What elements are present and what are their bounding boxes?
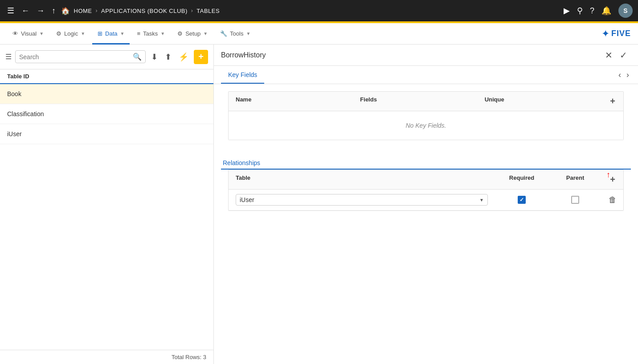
sidebar-item-label: iUser	[7, 130, 22, 138]
relationships-tab: Relationships	[221, 154, 631, 170]
rel-delete-btn[interactable]: 🗑	[609, 195, 617, 205]
key-fields-section: Name Fields Unique + No Key Fields.	[221, 91, 631, 140]
required-checkbox[interactable]	[518, 196, 526, 204]
sidebar-item-classification[interactable]: Classification	[0, 104, 213, 124]
content-header: BorrowHistory ✕ ✓	[214, 44, 638, 66]
help-icon[interactable]: ?	[590, 6, 594, 16]
tasks-caret: ▼	[160, 31, 165, 36]
tab-keyfields[interactable]: Key Fields	[221, 66, 264, 84]
rel-table-body: iUser Book Classification ▼	[229, 190, 623, 210]
rel-table-select[interactable]: iUser Book Classification	[240, 196, 479, 203]
rel-delete-cell: 🗑	[602, 191, 623, 209]
logic-caret: ▼	[81, 31, 85, 36]
rel-parent-cell	[548, 191, 602, 208]
visual-icon: 👁	[12, 30, 18, 37]
kf-fields-header: Fields	[353, 92, 477, 111]
upload-btn[interactable]: ⬆	[163, 50, 173, 64]
search-icon[interactable]: ⚲	[577, 6, 583, 16]
tab-keyfields-label: Key Fields	[228, 71, 257, 78]
nav-tools[interactable]: 🔧 Tools ▼	[215, 23, 256, 44]
forward-icon[interactable]: →	[35, 4, 46, 17]
add-table-btn[interactable]: +	[194, 50, 208, 64]
bell-icon[interactable]: 🔔	[601, 6, 611, 16]
home-label[interactable]: HOME	[74, 8, 92, 14]
parent-checkbox[interactable]	[571, 196, 579, 204]
total-rows-label: Total Rows: 3	[172, 354, 206, 360]
secondary-nav: 👁 Visual ▼ ⚙ Logic ▼ ⊞ Data ▼ ≡ Tasks ▼ …	[0, 23, 638, 44]
lightning-btn[interactable]: ⚡	[177, 50, 190, 64]
setup-caret: ▼	[203, 31, 208, 36]
rel-table-select-wrap[interactable]: iUser Book Classification ▼	[236, 194, 488, 206]
rel-parent-header: Parent	[548, 170, 602, 189]
tasks-label: Tasks	[143, 30, 158, 37]
relationships-label: Relationships	[221, 159, 262, 166]
nav-right: ▶ ⚲ ? 🔔 S	[564, 4, 633, 18]
up-icon[interactable]: ↑	[50, 4, 57, 17]
select-caret-icon: ▼	[479, 198, 484, 202]
back-icon[interactable]: ←	[20, 4, 31, 17]
setup-icon: ⚙	[177, 30, 183, 37]
section-label[interactable]: TABLES	[196, 8, 220, 14]
tab-prev-btn[interactable]: ‹	[617, 69, 623, 81]
sidebar-item-iuser[interactable]: iUser	[0, 124, 213, 144]
search-wrap: 🔍	[15, 50, 146, 63]
confirm-button[interactable]: ✓	[616, 48, 631, 62]
app-label[interactable]: APPLICATIONS (BOOK CLUB)	[101, 8, 188, 14]
kf-name-header: Name	[229, 92, 353, 111]
sidebar-item-book[interactable]: Book	[0, 84, 213, 104]
no-key-fields-msg: No Key Fields.	[229, 111, 623, 140]
nav-tasks[interactable]: ≡ Tasks ▼	[131, 23, 170, 44]
main-layout: ☰ 🔍 ⬇ ⬆ ⚡ + Table ID Book Classification…	[0, 44, 638, 364]
nav-visual[interactable]: 👁 Visual ▼	[7, 23, 49, 44]
sidebar-item-label: Classification	[7, 110, 44, 117]
nav-data[interactable]: ⊞ Data ▼	[92, 23, 130, 44]
tasks-icon: ≡	[137, 30, 140, 37]
top-nav: ☰ ← → ↑ 🏠 HOME › APPLICATIONS (BOOK CLUB…	[0, 0, 638, 21]
tools-label: Tools	[230, 30, 243, 37]
sidebar: ☰ 🔍 ⬇ ⬆ ⚡ + Table ID Book Classification…	[0, 44, 214, 364]
rel-add-btn[interactable]: ↓ +	[602, 170, 623, 189]
rel-header-row: Table Required Parent ↓ +	[229, 170, 623, 190]
content-scroll: Name Fields Unique + No Key Fields. Rela…	[214, 84, 638, 364]
visual-caret: ▼	[39, 31, 44, 36]
rel-add-plus: +	[610, 174, 615, 185]
kf-add-btn[interactable]: +	[602, 92, 623, 111]
visual-label: Visual	[21, 30, 37, 37]
kf-unique-header: Unique	[478, 92, 602, 111]
download-btn[interactable]: ⬇	[149, 50, 160, 64]
nav-setup[interactable]: ⚙ Setup ▼	[172, 23, 213, 44]
five-logo-text: FIVE	[611, 29, 631, 38]
content-title: BorrowHistory	[221, 51, 601, 59]
logic-label: Logic	[64, 30, 78, 37]
five-logo-star: ✦	[601, 28, 609, 40]
data-label: Data	[105, 30, 117, 37]
nav-logic[interactable]: ⚙ Logic ▼	[51, 23, 90, 44]
five-logo: ✦ FIVE	[601, 28, 631, 40]
key-fields-table: Name Fields Unique + No Key Fields.	[228, 91, 624, 140]
rel-table-cell: iUser Book Classification ▼	[229, 190, 495, 210]
breadcrumb-sep2: ›	[191, 8, 193, 14]
rel-required-header: Required	[495, 170, 548, 189]
avatar[interactable]: S	[618, 4, 633, 18]
tab-nav-btns: ‹ ›	[617, 66, 631, 84]
key-fields-header-row: Name Fields Unique +	[229, 92, 623, 111]
data-icon: ⊞	[98, 30, 102, 37]
search-icon: 🔍	[133, 53, 142, 61]
search-input[interactable]	[19, 53, 130, 61]
data-caret: ▼	[120, 31, 125, 36]
section-gap	[214, 147, 638, 154]
rel-table-header: Table	[229, 170, 495, 189]
sidebar-header: Table ID	[0, 69, 213, 84]
filter-icon[interactable]: ☰	[5, 53, 12, 61]
menu-icon[interactable]: ☰	[5, 4, 16, 17]
play-icon[interactable]: ▶	[564, 6, 570, 16]
tab-next-btn[interactable]: ›	[625, 69, 631, 81]
content-panel: BorrowHistory ✕ ✓ Key Fields ‹ › Name Fi…	[214, 44, 638, 364]
relationships-table: Table Required Parent ↓ +	[228, 170, 624, 211]
sidebar-list: Book Classification iUser	[0, 84, 213, 350]
table-id-column-header: Table ID	[7, 73, 29, 80]
tools-caret: ▼	[246, 31, 250, 36]
logic-icon: ⚙	[56, 30, 61, 37]
close-button[interactable]: ✕	[601, 48, 616, 62]
tools-icon: 🔧	[220, 30, 227, 37]
